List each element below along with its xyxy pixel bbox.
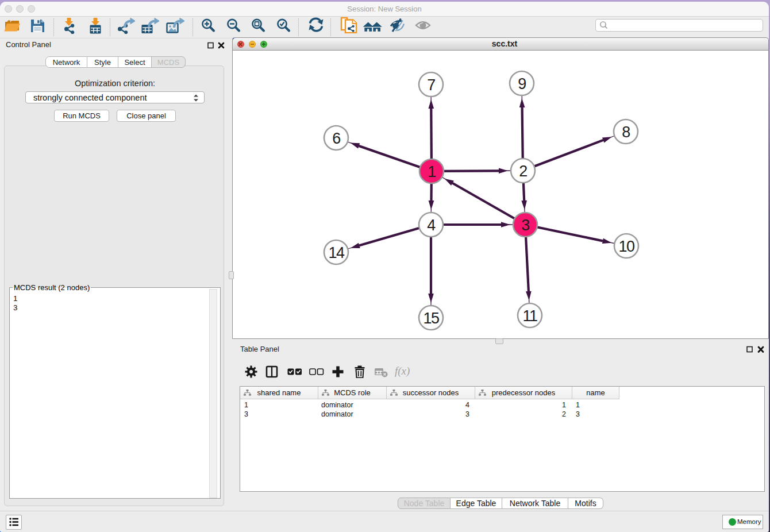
svg-text:14: 14: [328, 244, 345, 261]
svg-text:2: 2: [519, 163, 527, 180]
svg-text:4: 4: [427, 217, 436, 234]
svg-text:6: 6: [332, 130, 340, 147]
svg-text:8: 8: [622, 124, 630, 141]
svg-text:7: 7: [427, 76, 435, 94]
svg-text:15: 15: [423, 310, 439, 327]
svg-text:9: 9: [518, 75, 526, 92]
svg-text:11: 11: [522, 307, 537, 325]
svg-text:3: 3: [521, 217, 529, 234]
svg-text:1: 1: [428, 163, 436, 180]
svg-text:10: 10: [618, 238, 634, 255]
